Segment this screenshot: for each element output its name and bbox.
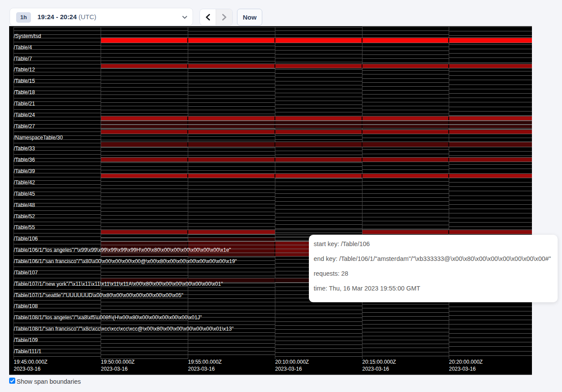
svg-text:/Table/39: /Table/39: [14, 168, 35, 174]
svg-text:2023-03-16: 2023-03-16: [275, 366, 302, 372]
svg-text:20:15:00.000Z: 20:15:00.000Z: [362, 359, 396, 365]
svg-text:/Table/42: /Table/42: [14, 179, 35, 186]
svg-text:/NamespaceTable/30: /NamespaceTable/30: [14, 135, 63, 141]
svg-text:20:20:00.000Z: 20:20:00.000Z: [449, 359, 483, 365]
svg-text:/Table/15: /Table/15: [14, 78, 35, 84]
svg-text:/Table/48: /Table/48: [14, 202, 35, 208]
svg-text:/Table/52: /Table/52: [14, 213, 35, 220]
svg-text:2023-03-16: 2023-03-16: [362, 366, 389, 372]
svg-text:/Table/108: /Table/108: [14, 303, 38, 309]
svg-text:/Table/107: /Table/107: [14, 270, 38, 276]
svg-text:/Table/108/1/"san francisco"/": /Table/108/1/"san francisco"/"\x8c\xcc\x…: [14, 326, 234, 332]
svg-text:/Table/55: /Table/55: [14, 224, 35, 230]
svg-text:/Table/18: /Table/18: [14, 89, 35, 95]
svg-text:/Table/106/1/"san francisco"/": /Table/106/1/"san francisco"/"\x80\x00\x…: [14, 258, 237, 264]
svg-text:19:45:00.000Z: 19:45:00.000Z: [14, 359, 47, 365]
svg-text:2023-03-16: 2023-03-16: [14, 366, 41, 372]
svg-text:20:10:00.000Z: 20:10:00.000Z: [275, 359, 309, 365]
svg-text:/Table/106: /Table/106: [14, 236, 38, 242]
svg-text:/Table/4: /Table/4: [14, 44, 32, 51]
svg-text:/Table/107/1/"new york"/"\x11\: /Table/107/1/"new york"/"\x11\x11\x11\x1…: [14, 281, 223, 287]
svg-text:/Table/7: /Table/7: [14, 56, 32, 62]
svg-text:/Table/108/1/"los angeles"/"\x: /Table/108/1/"los angeles"/"\xa8\xf5\u00…: [14, 314, 202, 321]
svg-text:19:50:00.000Z: 19:50:00.000Z: [101, 359, 135, 365]
svg-text:/Table/107/1/"seattle"/"UUUUUU: /Table/107/1/"seattle"/"UUUUUUD\x00\x80\…: [14, 292, 183, 298]
svg-text:19:55:00.000Z: 19:55:00.000Z: [188, 359, 222, 365]
svg-text:/Table/27: /Table/27: [14, 123, 35, 129]
svg-text:/Table/106/1/"los angeles"/"\x: /Table/106/1/"los angeles"/"\x99\x99\x99…: [14, 247, 231, 253]
svg-text:/Table/45: /Table/45: [14, 191, 35, 197]
svg-text:/System/tsd: /System/tsd: [14, 33, 41, 39]
svg-text:/Table/12: /Table/12: [14, 67, 35, 73]
svg-text:2023-03-16: 2023-03-16: [188, 366, 215, 372]
svg-text:/Table/36: /Table/36: [14, 157, 35, 163]
svg-text:2023-03-16: 2023-03-16: [101, 366, 128, 372]
svg-text:/Table/24: /Table/24: [14, 112, 35, 118]
svg-text:2023-03-16: 2023-03-16: [449, 366, 476, 372]
svg-text:/Table/109: /Table/109: [14, 337, 38, 343]
svg-text:/Table/111/1: /Table/111/1: [14, 348, 41, 355]
svg-text:/Table/33: /Table/33: [14, 145, 35, 152]
svg-text:/Table/21: /Table/21: [14, 101, 35, 107]
